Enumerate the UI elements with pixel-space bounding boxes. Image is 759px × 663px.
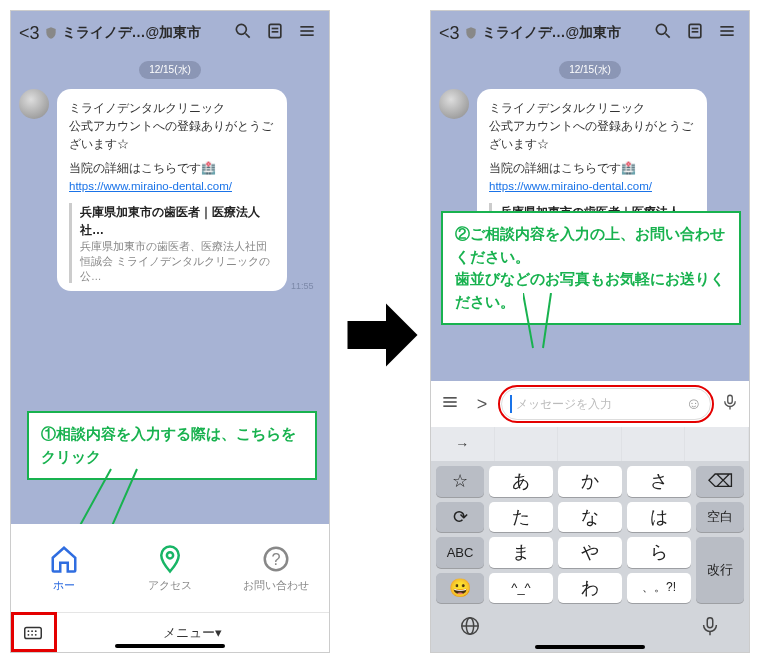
callout-text: ①相談内容を入力する際は、こちらをクリック <box>41 425 296 465</box>
rich-menu-contact[interactable]: ? お問い合わせ <box>223 524 329 612</box>
key[interactable]: 、。?! <box>627 573 691 604</box>
svg-marker-18 <box>348 304 418 367</box>
key[interactable]: た <box>489 502 553 533</box>
link-card-desc: 兵庫県加東市の歯医者、医療法人社団恒誠会 ミライノデンタルクリニックの公… <box>80 239 275 283</box>
key-fn[interactable]: ⟳ <box>436 502 484 533</box>
keyboard-grid: ☆ あ か さ ⌫ ⟳ た な は 空白 ABC ま や ら 改行 😀 ^_^ … <box>431 461 749 608</box>
svg-point-0 <box>236 24 246 34</box>
avatar[interactable] <box>439 89 469 119</box>
link-preview-card[interactable]: 兵庫県加東市の歯医者｜医療法人社… 兵庫県加東市の歯医者、医療法人社団恒誠会 ミ… <box>69 203 275 283</box>
svg-point-15 <box>28 633 30 635</box>
link-card-title: 兵庫県加東市の歯医者｜医療法人社… <box>80 203 275 239</box>
unread-count: 3 <box>30 23 40 44</box>
menu-collapse-label[interactable]: メニュー▾ <box>55 624 329 642</box>
svg-rect-35 <box>707 617 713 627</box>
microphone-icon[interactable] <box>717 393 743 416</box>
suggestion[interactable] <box>685 427 749 461</box>
key-backspace[interactable]: ⌫ <box>696 466 744 497</box>
expand-icon[interactable]: > <box>469 394 495 415</box>
svg-point-14 <box>35 630 37 632</box>
text-cursor <box>510 395 512 413</box>
rich-menu-label: ホー <box>53 578 75 593</box>
msg-line: 当院の詳細はこちらです <box>489 161 621 175</box>
suggestion-bar: → <box>431 427 749 461</box>
instruction-callout-1: ①相談内容を入力する際は、こちらをクリック <box>27 411 317 480</box>
callout-pointer-line <box>523 293 583 353</box>
svg-point-17 <box>35 633 37 635</box>
key-fn[interactable]: 😀 <box>436 573 484 604</box>
key-fn[interactable]: ABC <box>436 537 484 568</box>
home-indicator[interactable] <box>115 644 225 648</box>
chat-header: <3 ミライノデ…@加東市 <box>431 11 749 55</box>
key[interactable]: ^_^ <box>489 573 553 604</box>
phone-screenshot-left: <3 ミライノデ…@加東市 12/15(水) ミライノデンタルクリニック 公式ア… <box>10 10 330 653</box>
back-button[interactable]: <3 <box>19 23 40 44</box>
key[interactable]: あ <box>489 466 553 497</box>
rich-menu-access[interactable]: アクセス <box>117 524 223 612</box>
phone-screenshot-right: <3 ミライノデ…@加東市 12/15(水) ミライノデンタルクリニック 公式ア… <box>430 10 750 653</box>
key[interactable]: ま <box>489 537 553 568</box>
svg-line-20 <box>666 33 670 37</box>
instruction-callout-2: ②ご相談内容を入力の上、お問い合わせください。 歯並びなどのお写真もお気軽にお送… <box>441 211 741 325</box>
chat-title: ミライノデ…@加東市 <box>62 24 225 42</box>
suggestion[interactable] <box>558 427 622 461</box>
key[interactable]: か <box>558 466 622 497</box>
message-time: 11:55 <box>291 281 314 291</box>
notes-icon[interactable] <box>261 21 289 46</box>
svg-point-16 <box>31 633 33 635</box>
emoji-icon[interactable]: ☺ <box>686 395 702 413</box>
menu-icon[interactable] <box>713 21 741 46</box>
chat-header: <3 ミライノデ…@加東市 <box>11 11 329 55</box>
pin-icon <box>155 544 185 574</box>
svg-point-19 <box>656 24 666 34</box>
key-enter[interactable]: 改行 <box>696 537 744 603</box>
dictation-icon[interactable] <box>699 615 721 642</box>
search-icon[interactable] <box>229 21 257 46</box>
clinic-url-link[interactable]: https://www.miraino-dental.com/ <box>69 180 232 192</box>
unread-count: 3 <box>450 23 460 44</box>
svg-text:?: ? <box>271 550 280 568</box>
chat-title: ミライノデ…@加東市 <box>482 24 645 42</box>
search-icon[interactable] <box>649 21 677 46</box>
rich-menu-home[interactable]: ホー <box>11 524 117 612</box>
suggestion[interactable]: → <box>431 427 495 461</box>
key[interactable]: ら <box>627 537 691 568</box>
key[interactable]: は <box>627 502 691 533</box>
home-icon <box>49 544 79 574</box>
msg-line: ミライノデンタルクリニック <box>489 99 695 117</box>
msg-line: ミライノデンタルクリニック <box>69 99 275 117</box>
avatar[interactable] <box>19 89 49 119</box>
svg-rect-30 <box>728 395 733 403</box>
notes-icon[interactable] <box>681 21 709 46</box>
svg-point-8 <box>167 552 173 558</box>
verified-shield-icon <box>44 26 58 40</box>
suggestion[interactable] <box>622 427 686 461</box>
hospital-icon: 🏥 <box>621 161 636 175</box>
svg-point-13 <box>31 630 33 632</box>
clinic-url-link[interactable]: https://www.miraino-dental.com/ <box>489 180 652 192</box>
key[interactable]: や <box>558 537 622 568</box>
back-button[interactable]: <3 <box>439 23 460 44</box>
key-space[interactable]: 空白 <box>696 502 744 533</box>
svg-rect-11 <box>25 627 42 638</box>
key[interactable]: わ <box>558 573 622 604</box>
date-pill: 12/15(水) <box>139 61 201 79</box>
globe-icon[interactable] <box>459 615 481 642</box>
key[interactable]: な <box>558 502 622 533</box>
rich-menu: ホー アクセス ? お問い合わせ <box>11 524 329 612</box>
question-icon: ? <box>261 544 291 574</box>
rich-menu-label: アクセス <box>148 578 192 593</box>
rich-menu-toggle-icon[interactable] <box>437 392 463 417</box>
menu-icon[interactable] <box>293 21 321 46</box>
date-pill: 12/15(水) <box>559 61 621 79</box>
home-indicator[interactable] <box>535 645 645 649</box>
keyboard-toggle-button[interactable] <box>11 614 55 652</box>
suggestion[interactable] <box>495 427 559 461</box>
message-input-bar: > メッセージを入力 ☺ <box>431 381 749 427</box>
hospital-icon: 🏥 <box>201 161 216 175</box>
msg-line: 公式アカウントへの登録ありがとうございます☆ <box>489 117 695 153</box>
msg-line: 当院の詳細はこちらです <box>69 161 201 175</box>
message-input-field[interactable]: メッセージを入力 ☺ <box>501 388 711 420</box>
key[interactable]: さ <box>627 466 691 497</box>
key-fn[interactable]: ☆ <box>436 466 484 497</box>
